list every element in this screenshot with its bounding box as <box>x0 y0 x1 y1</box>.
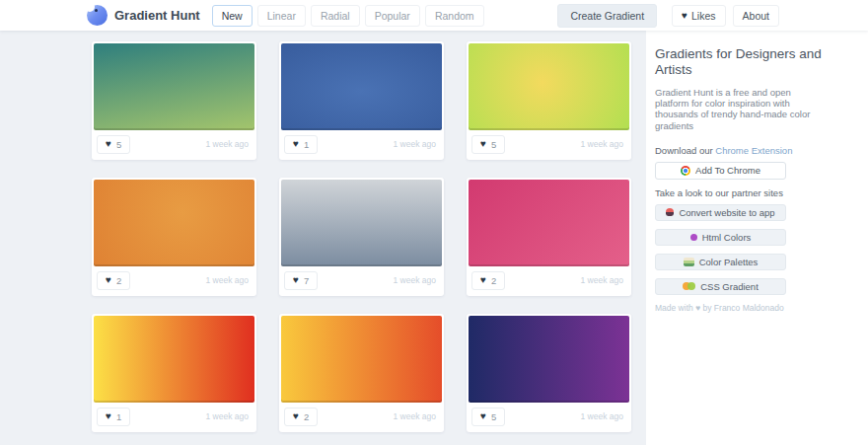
like-count: 2 <box>116 275 121 286</box>
like-button[interactable]: ♥ 1 <box>284 135 318 154</box>
heart-icon: ♥ <box>106 411 111 421</box>
gradient-card: ♥ 2 1 week ago <box>467 178 631 296</box>
like-count: 5 <box>491 139 496 150</box>
timestamp: 1 week ago <box>206 411 249 421</box>
timestamp: 1 week ago <box>206 275 249 285</box>
like-count: 1 <box>116 411 121 422</box>
color-palette-icon <box>684 258 694 266</box>
gradient-preview[interactable] <box>94 43 254 130</box>
likes-button[interactable]: ♥ Likes <box>672 5 725 27</box>
top-navbar: Gradient Hunt New Linear Radial Popular … <box>0 0 868 31</box>
heart-icon: ♥ <box>106 275 111 285</box>
partner-label: Color Palettes <box>699 257 759 267</box>
gradient-preview[interactable] <box>469 180 629 266</box>
gradient-preview[interactable] <box>469 43 629 130</box>
brand-title[interactable]: Gradient Hunt <box>114 8 200 23</box>
like-count: 2 <box>491 275 496 286</box>
gradient-card: ♥ 5 1 week ago <box>92 41 256 160</box>
nav-tabs: New Linear Radial Popular Random <box>212 5 484 27</box>
partner-sites-heading: Take a look to our partner sites <box>655 187 858 198</box>
add-to-chrome-button[interactable]: Add To Chrome <box>655 162 786 180</box>
like-button[interactable]: ♥ 5 <box>471 408 505 426</box>
add-to-chrome-label: Add To Chrome <box>695 165 760 176</box>
partner-label: Convert website to app <box>679 207 774 218</box>
likes-label: Likes <box>691 10 716 22</box>
credit-suffix: by Franco Maldonado <box>700 303 784 313</box>
tab-radial[interactable]: Radial <box>311 5 360 27</box>
gradient-card: ♥ 2 1 week ago <box>92 178 256 296</box>
timestamp: 1 week ago <box>394 411 436 421</box>
partner-color-palettes[interactable]: Color Palettes <box>655 254 786 270</box>
partner-label: Html Colors <box>702 232 752 243</box>
heart-icon: ♥ <box>106 139 111 149</box>
about-label: About <box>743 10 769 22</box>
gradient-preview[interactable] <box>94 316 254 403</box>
like-button[interactable]: ♥ 2 <box>284 408 318 426</box>
sidebar: Gradients for Designers and Artists Grad… <box>646 31 868 445</box>
credit-prefix: Made with <box>655 303 695 313</box>
like-count: 2 <box>304 411 309 422</box>
like-button[interactable]: ♥ 1 <box>97 408 130 426</box>
gradient-card: ♥ 2 1 week ago <box>279 314 444 432</box>
gradient-grid: ♥ 5 1 week ago ♥ 1 1 week ago <box>0 31 646 445</box>
gradient-preview[interactable] <box>469 316 629 403</box>
like-count: 1 <box>304 139 309 150</box>
gradient-preview[interactable] <box>281 180 442 266</box>
heart-icon: ♥ <box>293 275 299 285</box>
chrome-extension-link[interactable]: Chrome Extension <box>715 145 792 156</box>
like-count: 5 <box>116 139 121 150</box>
gradient-circles-icon <box>683 282 695 290</box>
gradient-preview[interactable] <box>281 43 442 130</box>
chrome-logo-icon <box>681 166 690 176</box>
gradient-card: ♥ 7 1 week ago <box>279 178 444 296</box>
gradient-hunt-logo-icon[interactable] <box>87 5 108 26</box>
purple-dot-icon <box>690 234 697 241</box>
gradient-card: ♥ 5 1 week ago <box>467 41 631 160</box>
gradient-preview[interactable] <box>281 316 442 403</box>
download-line: Download our Chrome Extension <box>655 145 858 156</box>
heart-icon: ♥ <box>480 411 486 421</box>
like-button[interactable]: ♥ 2 <box>97 271 130 290</box>
credit-line: Made with ♥ by Franco Maldonado <box>655 303 858 313</box>
tab-new[interactable]: New <box>212 5 253 27</box>
heart-icon: ♥ <box>480 139 486 149</box>
heart-icon: ♥ <box>293 139 299 149</box>
like-button[interactable]: ♥ 5 <box>97 135 130 154</box>
heart-icon: ♥ <box>682 11 687 21</box>
tab-linear[interactable]: Linear <box>257 5 306 27</box>
like-count: 5 <box>491 411 496 422</box>
like-button[interactable]: ♥ 7 <box>284 271 318 290</box>
partner-label: CSS Gradient <box>700 281 759 292</box>
tab-popular[interactable]: Popular <box>365 5 420 27</box>
like-count: 7 <box>304 275 309 286</box>
timestamp: 1 week ago <box>394 275 436 285</box>
timestamp: 1 week ago <box>581 139 623 149</box>
partner-convert-website-to-app[interactable]: Convert website to app <box>655 204 786 221</box>
like-button[interactable]: ♥ 2 <box>471 271 505 290</box>
timestamp: 1 week ago <box>581 275 623 285</box>
partner-css-gradient[interactable]: CSS Gradient <box>655 278 786 295</box>
tab-random[interactable]: Random <box>425 5 484 27</box>
partner-html-colors[interactable]: Html Colors <box>655 229 786 246</box>
about-button[interactable]: About <box>733 5 779 27</box>
like-button[interactable]: ♥ 5 <box>471 135 505 154</box>
timestamp: 1 week ago <box>206 139 249 149</box>
gradient-card: ♥ 1 1 week ago <box>279 41 444 160</box>
heart-icon: ♥ <box>293 411 299 421</box>
heart-icon: ♥ <box>480 275 486 285</box>
timestamp: 1 week ago <box>581 411 623 421</box>
convert-app-icon <box>666 208 674 216</box>
download-prefix: Download our <box>655 145 715 156</box>
timestamp: 1 week ago <box>394 139 436 149</box>
sidebar-title: Gradients for Designers and Artists <box>655 46 828 79</box>
gradient-preview[interactable] <box>94 180 254 266</box>
sidebar-description: Gradient Hunt is a free and open platfor… <box>655 87 815 131</box>
gradient-card: ♥ 5 1 week ago <box>467 314 631 432</box>
gradient-card: ♥ 1 1 week ago <box>92 314 256 432</box>
create-gradient-button[interactable]: Create Gradient <box>557 4 657 28</box>
